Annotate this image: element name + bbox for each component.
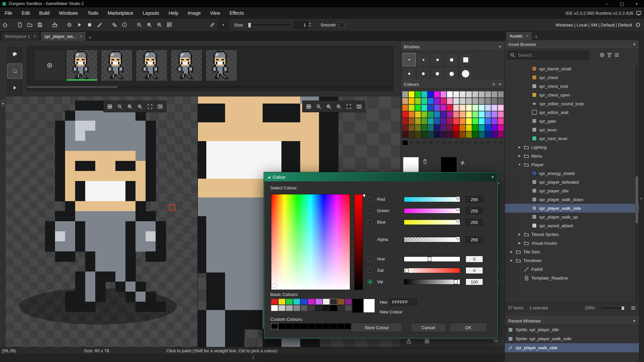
target-compass-icon[interactable] [635,22,641,27]
palette-swatch[interactable] [472,125,478,131]
brush-cell[interactable] [417,53,430,66]
asset-tree-item-path6[interactable]: Path6 [505,265,639,274]
saturation-value-square[interactable] [271,194,350,290]
canvas-zoom-out-button[interactable] [314,102,323,111]
palette-swatch[interactable] [466,105,472,111]
palette-swatch[interactable] [428,118,434,124]
recent-colour-slot[interactable] [409,140,415,145]
asset-tree-item-spr_chest_lock[interactable]: spr_chest_lock [505,82,639,90]
zoom-in-button[interactable] [154,20,164,30]
colour-swatch[interactable] [323,305,330,311]
close-button[interactable]: × [629,0,644,7]
debug-button[interactable] [64,20,74,30]
menu-item-layouts[interactable]: Layouts [138,7,164,19]
palette-swatch[interactable] [491,98,497,104]
palette-swatch[interactable] [479,98,485,104]
palette-swatch[interactable] [434,91,440,98]
search-box[interactable] [507,51,589,59]
animation-frame-3[interactable] [136,50,167,81]
asset-tree-item-spr_chest_open[interactable]: spr_chest_open [505,90,639,99]
slider-handle[interactable] [405,268,409,273]
asset-tree-item-spr_barrel_small[interactable]: spr_barrel_small [505,64,639,73]
palette-swatch[interactable] [491,91,497,98]
asset-tree-item-spr_player_defeated[interactable]: spr_player_defeated [505,178,639,186]
chevron-down-icon[interactable]: ▼ [518,163,522,166]
colour-swatch[interactable] [323,299,330,305]
brush-size-spinner[interactable]: ▲▼ [309,22,311,27]
run-button[interactable] [74,20,85,30]
palette-swatch[interactable] [409,111,415,118]
colour-swatch[interactable] [278,323,285,329]
canvas-zoom-window-button[interactable] [324,102,333,111]
asset-tree-item-tile sets[interactable]: ▶Tile Sets [505,247,639,256]
colour-swatch[interactable] [286,299,293,305]
sprite-canvas-left[interactable] [6,97,197,347]
palette-swatch[interactable] [402,91,408,98]
hex-input[interactable]: FFFFFF [390,299,417,306]
palette-swatch[interactable] [466,111,472,118]
colour-swatch[interactable] [271,305,278,311]
asset-tree-item-spr_player_walk_up[interactable]: spr_player_walk_up [505,213,639,221]
tab-close-icon[interactable]: × [526,34,529,39]
palette-swatch[interactable] [402,98,408,104]
brush-cell[interactable] [445,67,458,80]
palette-swatch[interactable] [479,118,485,124]
recent-colour-slot[interactable] [415,140,421,145]
dialog-collapse-icon[interactable]: ◢ [268,175,270,179]
channel-value-alpha[interactable]: 255 [466,236,483,243]
brush-cell[interactable] [459,53,472,66]
asset-tree-item-menu[interactable]: ▶Menu [505,152,639,160]
palette-swatch[interactable] [466,118,472,124]
palette-swatch[interactable] [485,118,491,124]
channel-slider-hue[interactable] [404,256,460,262]
frame-strip-scrollbar[interactable] [27,86,392,88]
brush-size-slider-thumb[interactable] [248,22,251,28]
recent-colour-slot[interactable] [479,140,485,145]
palette-swatch[interactable] [440,98,446,104]
palette-swatch[interactable] [409,118,415,124]
palette-swatch[interactable] [402,125,408,131]
palette-swatch[interactable] [485,98,491,104]
palette-swatch[interactable] [434,131,440,138]
hamburger-icon[interactable]: ☰ [492,82,495,86]
grid-toggle-button[interactable]: ▾ [304,102,313,111]
palette-swatch[interactable] [460,131,466,138]
asset-tree-item-spr_sword_attack[interactable]: spr_sword_attack [505,221,639,230]
tree-zoom-slider-thumb[interactable] [621,306,625,310]
chevron-right-icon[interactable]: ▶ [518,241,522,245]
palette-swatch[interactable] [491,125,497,131]
tab-spr-player-walk-side[interactable]: spr_player_wa... × [41,32,86,41]
asset-tree-item-spr_lever[interactable]: spr_lever [505,125,639,134]
dialog-close-button[interactable]: × [491,174,494,180]
channel-radio-blue[interactable] [368,220,372,225]
filter-icon[interactable] [607,52,612,58]
palette-swatch[interactable] [485,105,491,111]
slider-handle[interactable] [456,208,460,211]
channel-value-blue[interactable]: 255 [466,219,483,226]
palette-swatch[interactable] [498,125,504,131]
asset-tree-item-player[interactable]: ▼Player [505,160,639,169]
channel-slider-blue[interactable] [404,220,460,225]
recent-colour-slot[interactable] [421,140,427,145]
palette-swatch[interactable] [428,105,434,111]
channel-value-val[interactable]: 100 [466,279,483,285]
stop-button[interactable] [85,20,95,30]
asset-tree-scrollbar[interactable] [635,66,638,302]
palette-swatch[interactable] [491,111,497,118]
search-input[interactable] [517,52,576,58]
asset-tree-item-spr_player_idle[interactable]: spr_player_idle [505,186,639,195]
canvas-grid-button[interactable] [424,339,430,344]
canvas-zoom-out-button[interactable] [115,102,124,111]
palette-swatch[interactable] [453,111,459,118]
palette-swatch[interactable] [434,98,440,104]
palette-swatch[interactable] [447,98,453,104]
asset-tree-item-template_readme[interactable]: Template_Readme [505,274,639,282]
palette-swatch[interactable] [498,91,504,98]
brush-cell[interactable] [402,67,416,80]
palette-swatch[interactable] [402,105,408,111]
runtime-monitor-icon[interactable] [636,10,641,16]
palette-swatch[interactable] [466,91,472,98]
palette-swatch[interactable] [447,131,453,138]
pencil-tool-button[interactable] [207,20,217,30]
colour-swatch[interactable] [315,299,322,305]
